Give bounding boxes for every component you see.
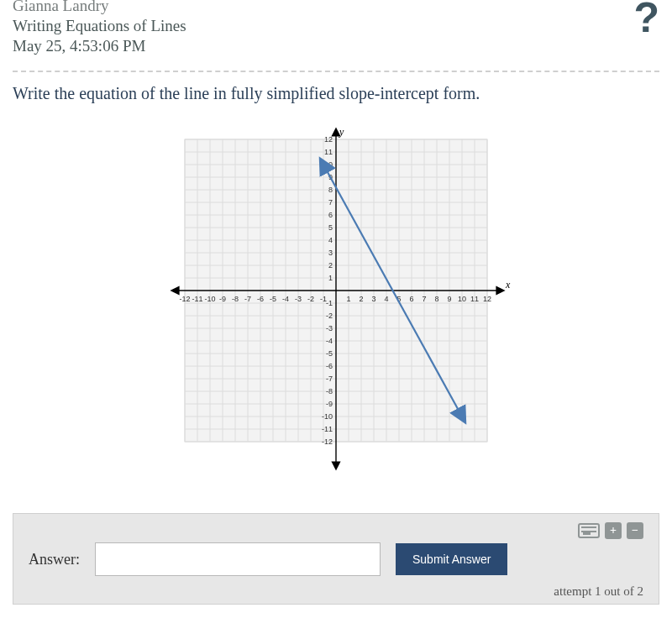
svg-text:-6: -6: [257, 295, 264, 303]
svg-text:-5: -5: [270, 295, 276, 303]
assignment-title: Writing Equations of Lines: [13, 17, 659, 35]
svg-text:12: 12: [324, 135, 333, 144]
student-name: Gianna Landry: [13, 0, 659, 15]
question-prompt: Write the equation of the line in fully …: [13, 84, 659, 103]
svg-text:-11: -11: [322, 425, 333, 433]
answer-panel: + − Answer: Submit Answer attempt 1 out …: [13, 513, 659, 605]
svg-text:4: 4: [384, 295, 388, 303]
svg-text:1: 1: [346, 295, 350, 303]
svg-text:-12: -12: [322, 437, 333, 446]
answer-input[interactable]: [95, 542, 381, 576]
svg-text:-10: -10: [322, 412, 333, 421]
svg-text:-4: -4: [326, 337, 333, 345]
svg-text:11: 11: [470, 295, 479, 303]
svg-text:-1: -1: [326, 299, 333, 307]
svg-text:-5: -5: [326, 349, 333, 358]
coordinate-graph: x y -12-11-10-9-8-7-6-5-4-3-2-1123456789…: [160, 127, 512, 479]
svg-text:10: 10: [458, 295, 466, 303]
svg-text:5: 5: [328, 223, 333, 232]
submit-button[interactable]: Submit Answer: [396, 543, 507, 575]
svg-text:-7: -7: [326, 374, 333, 383]
help-icon[interactable]: ?: [633, 0, 659, 42]
svg-text:-8: -8: [326, 387, 333, 395]
svg-text:9: 9: [447, 295, 451, 303]
svg-text:-11: -11: [192, 295, 202, 303]
svg-text:4: 4: [328, 236, 333, 244]
svg-text:2: 2: [359, 295, 363, 303]
y-axis-label: y: [339, 127, 344, 138]
svg-text:-2: -2: [326, 312, 333, 320]
x-axis-label: x: [505, 279, 511, 291]
timestamp: May 25, 4:53:06 PM: [13, 37, 659, 55]
svg-text:-3: -3: [295, 295, 302, 303]
zoom-out-button[interactable]: −: [627, 522, 643, 539]
attempt-counter: attempt 1 out of 2: [29, 584, 643, 599]
svg-text:-9: -9: [219, 295, 226, 303]
zoom-in-button[interactable]: +: [605, 522, 622, 539]
svg-text:12: 12: [483, 295, 491, 303]
svg-text:6: 6: [328, 211, 333, 219]
svg-text:7: 7: [328, 198, 333, 207]
svg-text:6: 6: [409, 295, 413, 303]
svg-text:1: 1: [328, 274, 333, 282]
svg-text:7: 7: [422, 295, 426, 303]
svg-text:8: 8: [434, 295, 438, 303]
svg-text:-10: -10: [204, 295, 215, 303]
svg-text:8: 8: [328, 186, 333, 194]
svg-text:3: 3: [371, 295, 375, 303]
svg-text:-12: -12: [179, 295, 190, 303]
answer-label: Answer:: [29, 551, 80, 568]
svg-text:-2: -2: [307, 295, 314, 303]
svg-text:3: 3: [328, 249, 333, 257]
svg-text:-3: -3: [326, 324, 333, 333]
svg-text:-8: -8: [232, 295, 239, 303]
keyboard-icon[interactable]: [578, 523, 600, 538]
svg-text:-4: -4: [282, 295, 289, 303]
svg-text:-9: -9: [326, 400, 333, 408]
svg-text:-7: -7: [244, 295, 251, 303]
svg-text:2: 2: [328, 261, 333, 270]
svg-text:-6: -6: [326, 362, 333, 370]
svg-text:11: 11: [324, 148, 333, 156]
